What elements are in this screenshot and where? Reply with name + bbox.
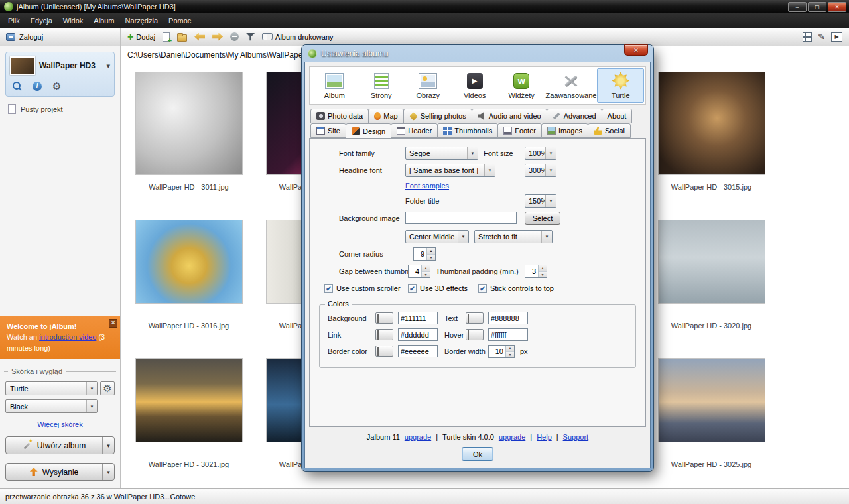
- skin-upgrade-link[interactable]: upgrade: [499, 433, 525, 441]
- checkbox-icon[interactable]: [408, 284, 417, 293]
- filter-icon[interactable]: [246, 32, 255, 41]
- menu-widok[interactable]: Widok: [58, 15, 89, 27]
- folder-title-size-select[interactable]: 150%: [525, 194, 556, 208]
- tab-thumbnails[interactable]: Thumbnails: [437, 123, 498, 138]
- spinner-up-icon[interactable]: [506, 346, 514, 352]
- login-button[interactable]: Zaloguj: [0, 28, 121, 46]
- make-album-button[interactable]: Utwórz album: [5, 436, 115, 454]
- help-link[interactable]: Help: [537, 433, 552, 441]
- menu-pomoc[interactable]: Pomoc: [163, 15, 196, 27]
- headline-font-select[interactable]: [ Same as base font ]: [405, 164, 495, 177]
- tab-header[interactable]: Header: [391, 123, 438, 138]
- close-button[interactable]: [828, 2, 846, 12]
- text-color-input[interactable]: [488, 312, 528, 324]
- padding-spinner[interactable]: 3: [525, 265, 547, 278]
- spinner-up-icon[interactable]: [539, 265, 547, 272]
- thumbnail-item[interactable]: WallPaper HD - 3016.jpg: [123, 202, 254, 341]
- spinner-down-icon[interactable]: [539, 272, 547, 278]
- thumbnail-image[interactable]: [658, 358, 765, 442]
- minimize-button[interactable]: [788, 2, 807, 12]
- remove-icon[interactable]: [230, 32, 239, 41]
- use-3d-effects-checkbox[interactable]: Use 3D effects: [408, 282, 468, 295]
- thumbnail-image[interactable]: [658, 72, 765, 175]
- menu-narzedzia[interactable]: Narzędzia: [120, 15, 164, 27]
- settings-section-pages[interactable]: Strony: [358, 68, 404, 103]
- settings-section-advanced[interactable]: Zaawansowane: [545, 68, 597, 103]
- thumbnail-item[interactable]: WallPaper HD - 3025.jpg: [646, 341, 777, 479]
- slideshow-icon[interactable]: [831, 32, 842, 42]
- thumbnail-image[interactable]: [135, 220, 243, 304]
- tab-images[interactable]: Images: [541, 123, 588, 138]
- style-select[interactable]: Black: [5, 399, 98, 413]
- introduction-video-link[interactable]: introduction video: [39, 333, 96, 341]
- thumbnail-item[interactable]: WallPaper HD - 3021.jpg: [123, 341, 254, 479]
- ok-button[interactable]: Ok: [462, 447, 493, 461]
- printed-album-button[interactable]: Album drukowany: [262, 33, 333, 41]
- close-icon[interactable]: [109, 319, 117, 328]
- settings-section-widgets[interactable]: Widżety: [498, 68, 545, 103]
- menu-plik[interactable]: Plik: [3, 15, 25, 27]
- spinner-up-icon[interactable]: [422, 265, 430, 272]
- skin-select[interactable]: Turtle: [5, 381, 98, 395]
- dialog-close-button[interactable]: [624, 44, 648, 56]
- settings-section-album[interactable]: Album: [311, 68, 358, 103]
- new-page-icon[interactable]: [163, 32, 170, 42]
- settings-section-videos[interactable]: Videos: [451, 68, 497, 103]
- album-panel[interactable]: WallPaper HD3: [5, 52, 115, 97]
- menu-edycja[interactable]: Edycja: [25, 15, 58, 27]
- tab-site[interactable]: Site: [310, 123, 346, 138]
- gap-spinner[interactable]: 4: [408, 265, 430, 278]
- info-icon[interactable]: [33, 82, 42, 91]
- thumbnail-image[interactable]: [658, 220, 765, 304]
- spinner-up-icon[interactable]: [427, 248, 435, 255]
- search-icon[interactable]: [13, 82, 22, 91]
- spinner-down-icon[interactable]: [427, 255, 435, 261]
- thumbnail-item[interactable]: WallPaper HD - 3020.jpg: [646, 202, 777, 341]
- thumbnail-image[interactable]: [135, 72, 243, 175]
- folder-icon[interactable]: [177, 34, 187, 42]
- chevron-down-icon[interactable]: [106, 62, 110, 70]
- forward-icon[interactable]: [212, 33, 223, 41]
- maximize-button[interactable]: [808, 2, 826, 12]
- background-color-swatch[interactable]: [375, 312, 393, 324]
- empty-project-item[interactable]: Pusty projekt: [8, 104, 112, 114]
- settings-section-turtle[interactable]: Turtle: [597, 68, 643, 103]
- tab-footer[interactable]: Footer: [497, 123, 542, 138]
- font-samples-link[interactable]: Font samples: [405, 180, 449, 191]
- corner-radius-spinner[interactable]: 9: [413, 247, 436, 261]
- border-color-input[interactable]: [398, 345, 438, 357]
- support-link[interactable]: Support: [563, 433, 589, 441]
- headline-size-select[interactable]: 300%: [525, 164, 556, 177]
- font-size-select[interactable]: 100%: [525, 147, 556, 160]
- font-family-select[interactable]: Segoe: [405, 147, 478, 160]
- menu-album[interactable]: Album: [88, 15, 119, 27]
- border-color-swatch[interactable]: [375, 346, 393, 357]
- tab-social[interactable]: Social: [588, 123, 631, 138]
- background-image-input[interactable]: [405, 212, 517, 224]
- tab-selling-photos[interactable]: Selling photos: [403, 109, 472, 123]
- checkbox-icon[interactable]: [478, 284, 487, 293]
- skin-settings-button[interactable]: [100, 381, 115, 395]
- upload-button[interactable]: Wysyłanie: [5, 463, 115, 481]
- tab-about[interactable]: About: [602, 109, 633, 123]
- thumbnail-item[interactable]: WallPaper HD - 3011.jpg: [123, 64, 254, 202]
- settings-section-images[interactable]: Obrazy: [405, 68, 451, 103]
- bg-stretch-select[interactable]: Stretch to fit: [474, 230, 553, 243]
- select-button[interactable]: Select: [525, 212, 560, 225]
- checkbox-icon[interactable]: [324, 284, 333, 293]
- tab-design[interactable]: Design: [346, 123, 391, 139]
- thumbnail-image[interactable]: [135, 358, 243, 442]
- back-icon[interactable]: [194, 33, 205, 41]
- bg-position-select[interactable]: Center Middle: [405, 230, 469, 243]
- tab-advanced[interactable]: Advanced: [547, 109, 602, 123]
- hover-color-swatch[interactable]: [466, 329, 484, 340]
- border-width-spinner[interactable]: 10: [488, 345, 515, 358]
- spinner-down-icon[interactable]: [506, 352, 514, 358]
- add-button[interactable]: Dodaj: [127, 32, 155, 42]
- tab-photo-data[interactable]: Photo data: [310, 109, 369, 123]
- gear-icon[interactable]: [52, 81, 61, 91]
- use-custom-scroller-checkbox[interactable]: Use custom scroller: [324, 282, 401, 295]
- spinner-down-icon[interactable]: [422, 272, 430, 278]
- more-skins-link[interactable]: Więcej skórek: [37, 420, 82, 428]
- upgrade-link[interactable]: upgrade: [405, 433, 431, 441]
